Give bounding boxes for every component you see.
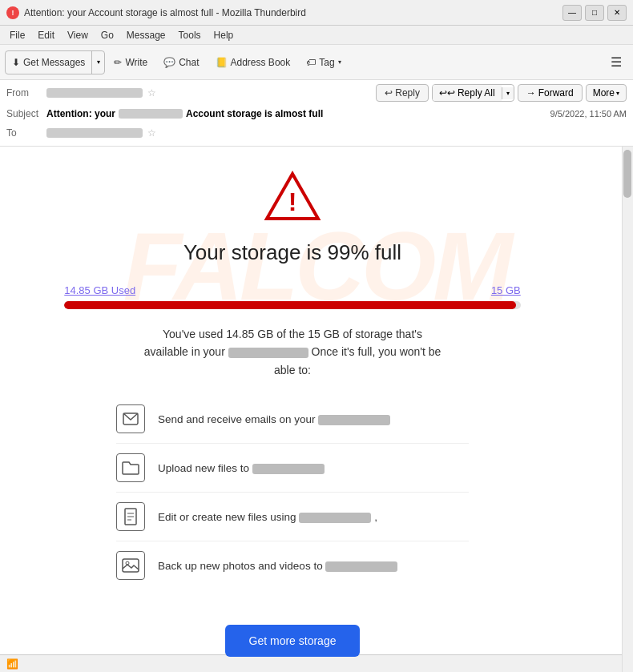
storage-total-label[interactable]: 15 GB xyxy=(491,284,521,296)
message-date: 9/5/2022, 11:50 AM xyxy=(550,109,627,119)
menu-file[interactable]: File xyxy=(3,28,31,42)
feature-upload-label: Upload new files to xyxy=(158,462,249,474)
storage-bar-fill xyxy=(64,301,516,309)
warning-triangle-icon: ! xyxy=(264,171,321,224)
subject-label: Subject xyxy=(6,108,46,119)
subject-blurred xyxy=(119,109,183,119)
reply-all-label: Reply All xyxy=(458,87,495,99)
storage-labels: 14.85 GB Used 15 GB xyxy=(64,284,521,296)
address-book-icon: 📒 xyxy=(216,57,228,68)
storage-used-label[interactable]: 14.85 GB Used xyxy=(64,284,135,296)
menu-message[interactable]: Message xyxy=(120,28,172,42)
minimize-button[interactable]: — xyxy=(562,5,582,21)
to-row: To ☆ xyxy=(6,123,627,143)
feature-edit-label: Edit or create new files using xyxy=(158,511,296,523)
image-icon xyxy=(116,551,145,580)
maximize-button[interactable]: □ xyxy=(585,5,604,21)
feature-item-edit: Edit or create new files using , xyxy=(116,493,469,541)
tag-button[interactable]: 🏷 Tag ▾ xyxy=(299,53,348,72)
from-value-area: ☆ xyxy=(46,87,371,99)
subject-text-after: Account storage is almost full xyxy=(186,108,323,119)
get-messages-group: ⬇ Get Messages ▾ xyxy=(5,50,105,74)
reply-all-dropdown[interactable]: ▾ xyxy=(502,87,514,99)
address-book-label: Address Book xyxy=(231,57,291,68)
address-book-button[interactable]: 📒 Address Book xyxy=(208,53,298,72)
menu-tools[interactable]: Tools xyxy=(172,28,208,42)
from-star-icon[interactable]: ☆ xyxy=(147,87,156,99)
titlebar-text: Attention: your Account storage is almos… xyxy=(24,7,562,18)
feature-photos-blurred xyxy=(325,561,397,572)
write-icon: ✏ xyxy=(114,57,122,68)
main-heading: Your storage is 99% full xyxy=(24,240,561,265)
scrollbar-track xyxy=(622,147,633,672)
forward-icon: → xyxy=(526,87,536,99)
window-controls: — □ ✕ xyxy=(562,5,627,21)
menu-go[interactable]: Go xyxy=(95,28,120,42)
from-address-blurred xyxy=(46,88,143,98)
forward-button[interactable]: → Forward xyxy=(518,84,583,102)
header-action-buttons: ↩ Reply ↩↩ Reply All ▾ → Forward More ▾ xyxy=(376,84,627,102)
document-icon xyxy=(116,502,145,531)
feature-item-photos: Back up new photos and videos to xyxy=(116,541,469,590)
menu-help[interactable]: Help xyxy=(208,28,240,42)
storage-bar-section: 14.85 GB Used 15 GB xyxy=(64,284,521,309)
get-messages-label: Get Messages xyxy=(23,57,85,68)
get-messages-dropdown[interactable]: ▾ xyxy=(91,51,104,74)
feature-item-email: Send and receive emails on your xyxy=(116,395,469,444)
message-header: From ☆ ↩ Reply ↩↩ Reply All ▾ → Forward xyxy=(0,80,633,147)
reply-all-group: ↩↩ Reply All ▾ xyxy=(432,84,514,102)
more-button[interactable]: More ▾ xyxy=(586,84,627,102)
reply-button[interactable]: ↩ Reply xyxy=(376,84,429,102)
body-line4: able to: xyxy=(274,364,311,376)
chat-label: Chat xyxy=(179,57,199,68)
app-icon: ! xyxy=(6,6,19,19)
feature-photos-text: Back up new photos and videos to xyxy=(158,560,469,572)
to-star-icon[interactable]: ☆ xyxy=(147,127,156,139)
titlebar: ! Attention: your Account storage is alm… xyxy=(0,0,633,26)
subject-row: Subject Attention: your Account storage … xyxy=(6,104,627,123)
to-address-blurred xyxy=(46,128,143,138)
get-more-storage-button[interactable]: Get more storage xyxy=(225,625,361,657)
body-text: You've used 14.85 GB of the 15 GB of sto… xyxy=(140,325,445,379)
feature-edit-text: Edit or create new files using , xyxy=(158,511,469,523)
more-label: More xyxy=(593,87,615,99)
email-body: ! Your storage is 99% full 14.85 GB Used… xyxy=(0,147,585,672)
menu-edit[interactable]: Edit xyxy=(31,28,61,42)
subject-text-before: Attention: your xyxy=(46,108,115,119)
to-label: To xyxy=(6,127,46,139)
write-label: Write xyxy=(125,57,147,68)
get-messages-icon: ⬇ xyxy=(12,57,20,68)
get-messages-button[interactable]: ⬇ Get Messages xyxy=(6,54,91,71)
feature-edit-comma: , xyxy=(374,511,377,523)
hamburger-menu[interactable]: ☰ xyxy=(604,51,628,73)
close-button[interactable]: ✕ xyxy=(607,5,627,21)
body-account-blurred xyxy=(228,348,308,358)
feature-email-text: Send and receive emails on your xyxy=(158,413,469,425)
reply-label: Reply xyxy=(395,87,420,99)
from-label: From xyxy=(6,87,46,99)
chat-icon: 💬 xyxy=(163,57,175,68)
chat-button[interactable]: 💬 Chat xyxy=(156,53,206,72)
reply-all-icon: ↩↩ xyxy=(439,87,455,99)
menu-view[interactable]: View xyxy=(61,28,95,42)
feature-item-upload: Upload new files to xyxy=(116,444,469,493)
feature-upload-blurred xyxy=(252,464,325,474)
body-line3: Once it's full, you won't be xyxy=(312,345,441,358)
envelope-icon xyxy=(116,404,145,433)
svg-rect-7 xyxy=(123,559,139,572)
scrollbar-thumb[interactable] xyxy=(623,150,631,198)
email-content: ! Your storage is 99% full 14.85 GB Used… xyxy=(24,163,561,670)
feature-upload-text: Upload new files to xyxy=(158,462,469,474)
write-button[interactable]: ✏ Write xyxy=(107,53,155,72)
menubar: File Edit View Go Message Tools Help xyxy=(0,26,633,45)
message-content-area: FALCOM ! Your storage is 99% full xyxy=(0,147,633,672)
svg-text:!: ! xyxy=(288,187,297,216)
feature-edit-blurred xyxy=(299,513,371,523)
feature-email-blurred xyxy=(318,415,390,425)
main-toolbar: ⬇ Get Messages ▾ ✏ Write 💬 Chat 📒 Addres… xyxy=(0,45,633,80)
tag-icon: 🏷 xyxy=(306,57,316,68)
body-line2: available in your xyxy=(144,345,225,358)
reply-all-button[interactable]: ↩↩ Reply All xyxy=(433,85,502,101)
body-line1: You've used 14.85 GB of the 15 GB of sto… xyxy=(163,328,422,340)
reply-icon: ↩ xyxy=(385,87,393,99)
